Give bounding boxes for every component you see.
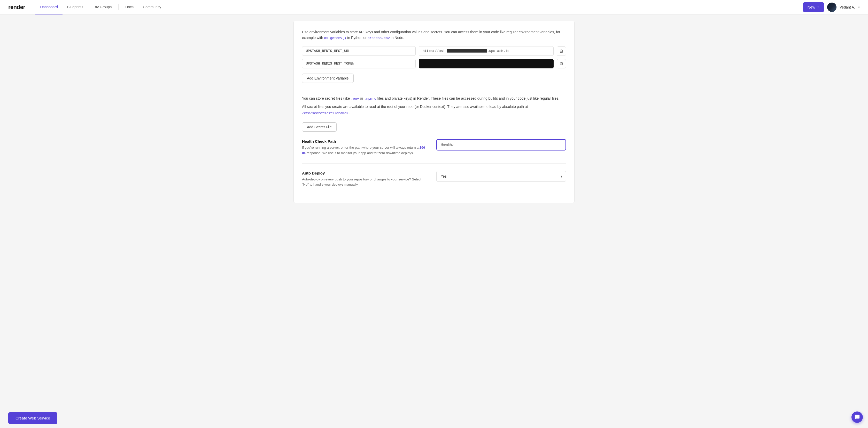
user-dropdown-arrow[interactable]: ▾ — [858, 5, 860, 9]
add-secret-file-button[interactable]: Add Secret File — [302, 122, 337, 132]
auto-deploy-select[interactable]: Yes No — [436, 171, 566, 182]
add-env-var-button[interactable]: Add Environment Variable — [302, 73, 354, 83]
code-200: 200 — [420, 146, 425, 150]
code-path-tag: /etc/secrets/<filename> — [302, 111, 348, 115]
delete-env-1-button[interactable] — [557, 46, 566, 56]
nav-community[interactable]: Community — [138, 0, 166, 14]
brand-logo: render — [8, 4, 25, 10]
auto-deploy-label-col: Auto Deploy Auto-deploy on every push to… — [302, 171, 426, 188]
auto-deploy-input-col: Yes No — [436, 171, 566, 182]
new-button[interactable]: New + — [803, 2, 824, 12]
env-row-1 — [302, 46, 566, 56]
health-check-input-col — [436, 139, 566, 151]
auto-deploy-label: Auto Deploy — [302, 171, 426, 175]
health-check-input[interactable] — [436, 139, 566, 151]
trash-icon-2 — [559, 62, 563, 66]
main-content: Use environment variables to store API k… — [289, 14, 579, 230]
avatar-image — [827, 3, 836, 12]
code-ok: OK — [302, 152, 306, 155]
new-button-label: New — [808, 5, 815, 9]
health-check-desc: If you're running a server, enter the pa… — [302, 145, 426, 156]
nav-dashboard[interactable]: Dashboard — [35, 0, 63, 14]
navbar-right: New + Vedant A. ▾ — [803, 2, 860, 12]
navbar: render Dashboard Blueprints Env Groups D… — [0, 0, 868, 14]
plus-icon: + — [817, 4, 820, 10]
health-check-section: Health Check Path If you're running a se… — [302, 132, 566, 163]
env-card: Use environment variables to store API k… — [293, 21, 575, 203]
secret-path-info: All secret files you create are availabl… — [302, 104, 566, 116]
env-key-input-1[interactable] — [302, 46, 416, 56]
trash-icon — [559, 49, 563, 53]
env-key-input-2[interactable] — [302, 59, 416, 68]
auto-deploy-desc: Auto-deploy on every push to your reposi… — [302, 177, 426, 188]
secret-files-info: You can store secret files (like .env or… — [302, 96, 566, 102]
code-processenv: process.env — [368, 36, 390, 40]
auto-deploy-select-wrapper: Yes No — [436, 171, 566, 182]
health-check-label: Health Check Path — [302, 139, 426, 143]
env-row-2 — [302, 59, 566, 68]
nav-env-groups[interactable]: Env Groups — [88, 0, 116, 14]
user-name: Vedant A. — [840, 5, 855, 9]
nav-blueprints[interactable]: Blueprints — [63, 0, 88, 14]
nav-divider — [118, 4, 119, 10]
health-check-label-col: Health Check Path If you're running a se… — [302, 139, 426, 156]
secret-files-section: You can store secret files (like .env or… — [302, 89, 566, 132]
env-info-text: Use environment variables to store API k… — [302, 29, 566, 41]
code-npmrc-tag: .npmrc — [364, 97, 376, 101]
delete-env-2-button[interactable] — [557, 59, 566, 68]
env-val-input-2[interactable] — [419, 59, 554, 68]
avatar — [827, 3, 836, 12]
nav-docs[interactable]: Docs — [121, 0, 138, 14]
code-osgetenv: os.getenv() — [324, 36, 346, 40]
code-env-tag: .env — [351, 97, 359, 101]
env-val-input-1[interactable] — [419, 46, 554, 56]
auto-deploy-section: Auto Deploy Auto-deploy on every push to… — [302, 163, 566, 195]
nav-links: Dashboard Blueprints Env Groups Docs Com… — [35, 0, 803, 14]
